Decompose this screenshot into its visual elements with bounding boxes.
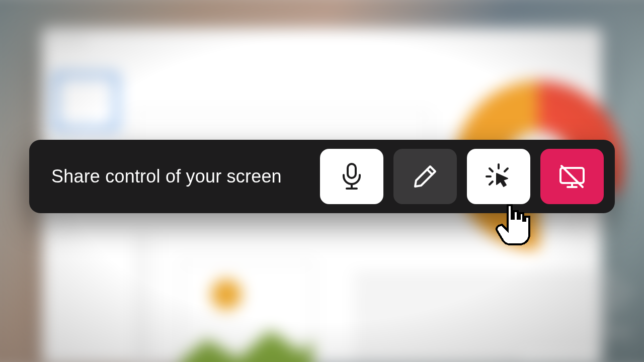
svg-rect-0	[348, 164, 356, 178]
slide-thumbnail	[54, 73, 118, 130]
window-traffic-lights	[51, 36, 84, 44]
toolbar-buttons	[320, 149, 604, 204]
microphone-button[interactable]	[320, 149, 383, 204]
draw-button[interactable]	[393, 149, 457, 204]
ruler	[153, 234, 156, 362]
cursor-click-icon	[485, 162, 513, 191]
text-lines	[354, 276, 634, 361]
microphone-icon	[339, 162, 364, 191]
svg-line-8	[490, 182, 493, 185]
remote-control-button[interactable]	[467, 149, 530, 204]
stop-sharing-button[interactable]	[540, 149, 604, 204]
svg-line-5	[490, 168, 493, 171]
screen-share-toolbar: Share control of your screen	[29, 140, 615, 213]
stop-share-icon	[557, 164, 587, 189]
svg-line-6	[505, 168, 508, 171]
toolbar-title: Share control of your screen	[51, 166, 320, 187]
image-placeholder	[179, 260, 313, 363]
pencil-icon	[412, 163, 438, 190]
ruler	[137, 234, 144, 362]
svg-line-3	[427, 169, 432, 174]
